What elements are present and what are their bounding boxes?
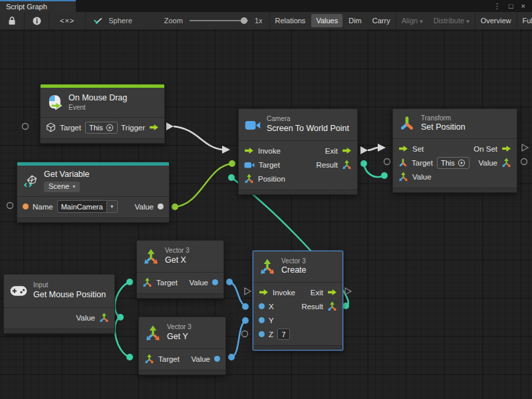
lock-group [0, 12, 25, 29]
position-port-label: Position [258, 175, 285, 183]
node-title: Create [281, 265, 307, 276]
vector3-icon [145, 325, 161, 341]
vector3-icon[interactable] [327, 301, 337, 311]
vector3-icon[interactable] [142, 277, 152, 287]
graph-canvas[interactable]: On Mouse Drag Event Target This Trigger [0, 29, 532, 399]
vector3-icon[interactable] [99, 313, 109, 323]
menu-icon[interactable]: ⋮ [493, 2, 501, 11]
info-icon [33, 17, 41, 25]
node-title: On Mouse Drag [68, 93, 127, 104]
graph-toolbar: <×> Sphere Zoom 1x Relations Values Dim … [0, 12, 532, 30]
node-title: Screen To World Point [267, 124, 349, 134]
wire-mouse-to-gety [115, 317, 133, 360]
node-get-x[interactable]: Vector 3 Get X Target Value [136, 240, 224, 299]
graph-icon [90, 12, 106, 29]
exit-port-label: Exit [311, 289, 323, 297]
chevron-down-icon: ▾ [466, 18, 469, 25]
fullscreen-button[interactable]: Full Screen [518, 14, 532, 27]
maximize-icon[interactable]: □ [509, 2, 513, 10]
overview-button[interactable]: Overview [476, 14, 516, 27]
node-header: Transform Set Position [393, 109, 517, 138]
node-title: Get Variable [44, 170, 90, 180]
node-title: Get Y [167, 332, 192, 342]
this-target-icon [106, 124, 114, 132]
vector3-icon[interactable] [244, 174, 254, 184]
flow-out-icon[interactable] [501, 145, 511, 152]
vector3-icon[interactable] [144, 354, 154, 364]
node-get-variable[interactable]: Get Variable Scene ▾ Name MainCamera ▾ [17, 162, 170, 223]
value-port[interactable] [158, 203, 164, 209]
y-port[interactable] [259, 317, 265, 323]
cube-icon[interactable] [46, 122, 56, 132]
title-bar: Script Graph ⋮ □ × [0, 0, 532, 12]
info-button[interactable] [29, 12, 45, 29]
mouse-drag-icon [47, 94, 63, 110]
exit-port-label: Exit [325, 147, 338, 155]
align-button: Align▾ [397, 14, 428, 27]
camera-port-icon[interactable] [244, 161, 255, 169]
code-preview-icon[interactable]: <×> [53, 17, 81, 25]
name-port[interactable] [23, 203, 29, 209]
close-icon[interactable]: × [521, 2, 525, 10]
target-port-label: Target [60, 124, 81, 132]
transform-port-icon[interactable] [398, 158, 408, 168]
z-value-field[interactable]: 7 [277, 329, 290, 340]
zoom-slider[interactable] [190, 20, 248, 21]
vector3-icon[interactable] [501, 158, 511, 168]
flow-in-icon[interactable] [244, 147, 254, 154]
set-port-label: Set [412, 145, 424, 153]
carry-button[interactable]: Carry [368, 14, 395, 27]
wire-gety-to-create-y [228, 317, 249, 360]
flow-in-icon[interactable] [259, 289, 269, 296]
transform-icon [399, 116, 415, 132]
result-port-label: Result [316, 161, 338, 169]
node-header: Camera Screen To World Point [239, 109, 357, 140]
flow-out-icon[interactable] [327, 289, 337, 296]
vector3-icon[interactable] [398, 172, 408, 182]
dim-button[interactable]: Dim [344, 14, 366, 27]
value-port[interactable] [212, 279, 218, 285]
tab-script-graph[interactable]: Script Graph [0, 0, 76, 12]
values-button[interactable]: Values [311, 14, 342, 27]
node-screen-to-world-point[interactable]: Camera Screen To World Point Invoke Exit… [238, 108, 358, 195]
lock-icon [8, 16, 16, 25]
wire-mouse-to-getx [115, 279, 133, 321]
node-category: Camera [267, 115, 349, 124]
vector3-icon[interactable] [342, 160, 352, 170]
value-port-label: Value [191, 355, 210, 363]
value-port[interactable] [214, 356, 220, 362]
node-set-position[interactable]: Transform Set Position Set On Set Target… [392, 108, 517, 193]
flow-out-icon[interactable] [149, 124, 159, 131]
zoom-slider-handle[interactable] [241, 17, 247, 24]
node-vector3-create[interactable]: Vector 3 Create Invoke Exit X Result Y [253, 251, 343, 350]
node-category: Vector 3 [165, 247, 190, 255]
node-category: Vector 3 [281, 257, 307, 266]
z-port[interactable] [259, 331, 265, 337]
node-header: Vector 3 Create [253, 251, 342, 282]
chevron-down-icon: ▾ [420, 18, 423, 25]
camera-icon [245, 119, 261, 131]
target-port-label: Target [158, 355, 180, 363]
node-get-mouse-position[interactable]: Input Get Mouse Position Value [3, 274, 115, 334]
flow-in-icon[interactable] [398, 145, 408, 152]
x-port[interactable] [259, 303, 265, 309]
node-on-mouse-drag[interactable]: On Mouse Drag Event Target This Trigger [40, 84, 165, 144]
node-get-y[interactable]: Vector 3 Get Y Target Value [138, 317, 226, 375]
relations-button[interactable]: Relations [271, 14, 311, 27]
this-target-picker[interactable]: This [437, 157, 469, 169]
trigger-port-label: Trigger [121, 124, 145, 132]
wire-result-to-value [360, 160, 388, 179]
vector3-icon [259, 259, 275, 275]
graph-name[interactable]: Sphere [106, 17, 134, 25]
variable-scope-dropdown[interactable]: Scene ▾ [44, 182, 80, 192]
flow-out-icon[interactable] [342, 147, 352, 154]
variable-name-dropdown[interactable]: MainCamera ▾ [57, 200, 118, 213]
target-port-label: Target [412, 159, 433, 167]
lock-button[interactable] [4, 12, 20, 29]
chevron-down-icon: ▾ [72, 184, 75, 190]
this-target-picker[interactable]: This [85, 122, 118, 134]
value-port-label: Value [76, 314, 95, 322]
target-port-label: Target [259, 161, 280, 169]
value-out-port-label: Value [478, 159, 497, 167]
node-header: On Mouse Drag Event [41, 88, 164, 117]
